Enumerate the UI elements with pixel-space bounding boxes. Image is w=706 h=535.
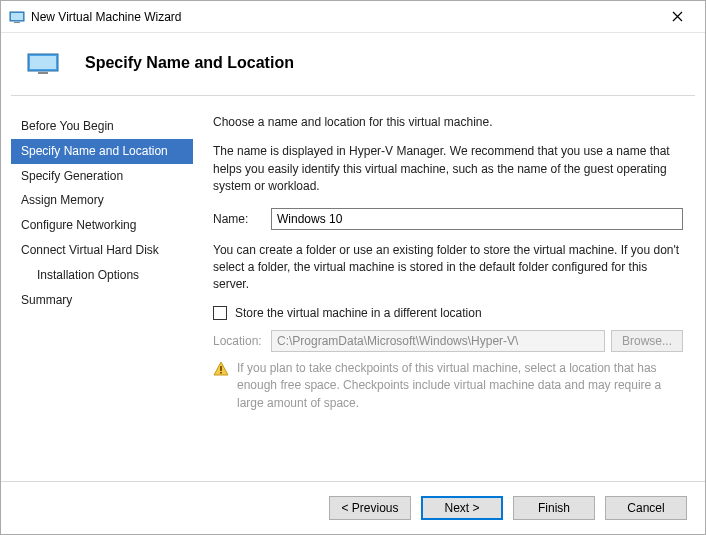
next-button[interactable]: Next > — [421, 496, 503, 520]
close-button[interactable] — [657, 2, 697, 32]
step-connect-virtual-hard-disk[interactable]: Connect Virtual Hard Disk — [11, 238, 193, 263]
window-title: New Virtual Machine Wizard — [31, 10, 657, 24]
step-specify-generation[interactable]: Specify Generation — [11, 164, 193, 189]
store-different-location-row: Store the virtual machine in a different… — [213, 306, 683, 320]
location-row: Location: Browse... — [213, 330, 683, 352]
description-text: The name is displayed in Hyper-V Manager… — [213, 143, 683, 195]
step-specify-name-location[interactable]: Specify Name and Location — [11, 139, 193, 164]
app-icon — [9, 9, 25, 25]
svg-rect-1 — [11, 13, 23, 20]
intro-text: Choose a name and location for this virt… — [213, 114, 683, 131]
location-label: Location: — [213, 334, 271, 348]
name-row: Name: — [213, 208, 683, 230]
svg-rect-7 — [220, 372, 222, 374]
svg-rect-4 — [30, 56, 56, 69]
step-assign-memory[interactable]: Assign Memory — [11, 188, 193, 213]
step-before-you-begin[interactable]: Before You Begin — [11, 114, 193, 139]
finish-button[interactable]: Finish — [513, 496, 595, 520]
wizard-content: Choose a name and location for this virt… — [201, 114, 695, 481]
wizard-window: New Virtual Machine Wizard Specify Name … — [0, 0, 706, 535]
wizard-header: Specify Name and Location — [1, 33, 705, 95]
titlebar: New Virtual Machine Wizard — [1, 1, 705, 33]
page-title: Specify Name and Location — [85, 54, 294, 72]
name-input[interactable] — [271, 208, 683, 230]
step-configure-networking[interactable]: Configure Networking — [11, 213, 193, 238]
name-label: Name: — [213, 212, 271, 226]
warning-text: If you plan to take checkpoints of this … — [237, 360, 683, 412]
svg-rect-2 — [14, 22, 20, 23]
warning-row: If you plan to take checkpoints of this … — [213, 360, 683, 412]
wizard-footer: < Previous Next > Finish Cancel — [1, 481, 705, 534]
cancel-button[interactable]: Cancel — [605, 496, 687, 520]
monitor-icon — [27, 53, 59, 75]
wizard-sidebar: Before You Begin Specify Name and Locati… — [11, 114, 201, 481]
svg-rect-5 — [38, 72, 48, 74]
location-input — [271, 330, 605, 352]
warning-icon — [213, 361, 229, 377]
step-summary[interactable]: Summary — [11, 288, 193, 313]
store-different-location-label: Store the virtual machine in a different… — [235, 306, 482, 320]
browse-button: Browse... — [611, 330, 683, 352]
store-different-location-checkbox[interactable] — [213, 306, 227, 320]
wizard-body: Before You Begin Specify Name and Locati… — [1, 96, 705, 481]
previous-button[interactable]: < Previous — [329, 496, 411, 520]
folder-description: You can create a folder or use an existi… — [213, 242, 683, 294]
step-installation-options[interactable]: Installation Options — [11, 263, 193, 288]
svg-rect-6 — [220, 366, 222, 371]
